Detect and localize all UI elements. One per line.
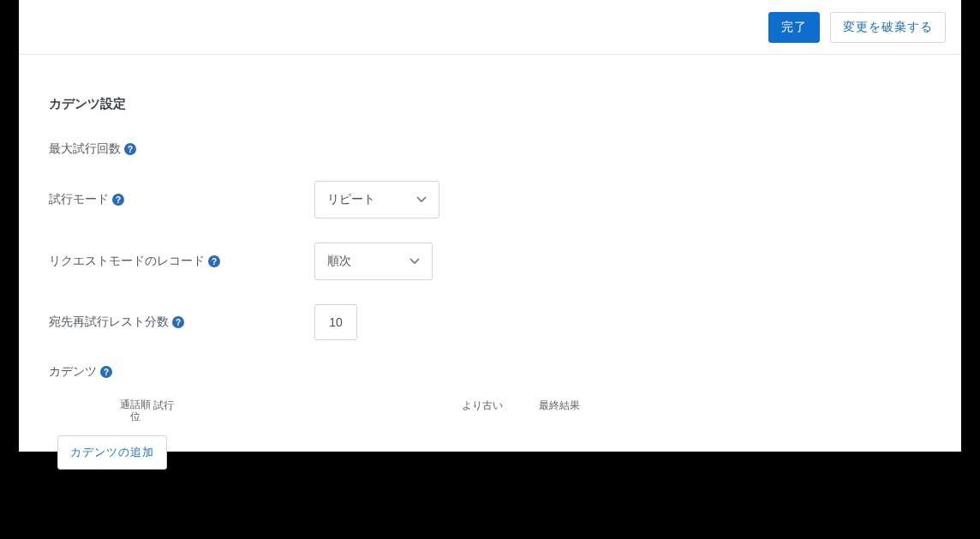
header-bar: 完了 変更を破棄する	[19, 0, 961, 55]
col-attempt: 試行	[153, 398, 205, 423]
attempt-mode-value: リピート	[327, 192, 375, 207]
retry-rest-minutes-input[interactable]	[314, 304, 357, 340]
row-attempt-mode: 試行モード ? リピート	[49, 181, 931, 219]
col-final-result: 最終結果	[539, 398, 580, 423]
help-icon[interactable]: ?	[208, 255, 220, 267]
discard-button[interactable]: 変更を破棄する	[830, 12, 946, 43]
help-icon[interactable]: ?	[172, 316, 184, 328]
help-icon[interactable]: ?	[100, 366, 112, 378]
label-request-record-mode: リクエストモードのレコード	[49, 254, 205, 269]
label-cadence: カデンツ	[49, 364, 97, 380]
label-max-attempts: 最大試行回数	[49, 141, 121, 157]
chevron-down-icon	[416, 195, 427, 205]
label-retry-rest-minutes: 宛先再試行レスト分数	[49, 314, 169, 330]
cadence-columns: 通話順位 試行 より古い 最終結果	[49, 398, 931, 423]
section-title: カデンツ設定	[49, 96, 931, 112]
col-older: より古い	[462, 398, 539, 423]
help-icon[interactable]: ?	[112, 194, 124, 206]
row-cadence-label: カデンツ ?	[49, 364, 931, 380]
help-icon[interactable]: ?	[124, 143, 136, 155]
done-button[interactable]: 完了	[768, 12, 820, 43]
request-record-mode-select[interactable]: 順次	[314, 243, 433, 280]
cadence-settings-form: カデンツ設定 最大試行回数 ? 試行モード ? リピート リクエストモードのレコ…	[19, 55, 961, 470]
label-attempt-mode: 試行モード	[49, 192, 109, 207]
chevron-down-icon	[409, 256, 420, 267]
request-record-mode-value: 順次	[327, 254, 351, 269]
add-cadence-button[interactable]: カデンツの追加	[57, 435, 167, 470]
col-call-rank: 通話順位	[117, 398, 153, 423]
attempt-mode-select[interactable]: リピート	[314, 181, 439, 219]
row-retry-rest-minutes: 宛先再試行レスト分数 ?	[49, 304, 931, 340]
row-request-record-mode: リクエストモードのレコード ? 順次	[49, 243, 931, 280]
row-max-attempts: 最大試行回数 ?	[49, 141, 931, 157]
